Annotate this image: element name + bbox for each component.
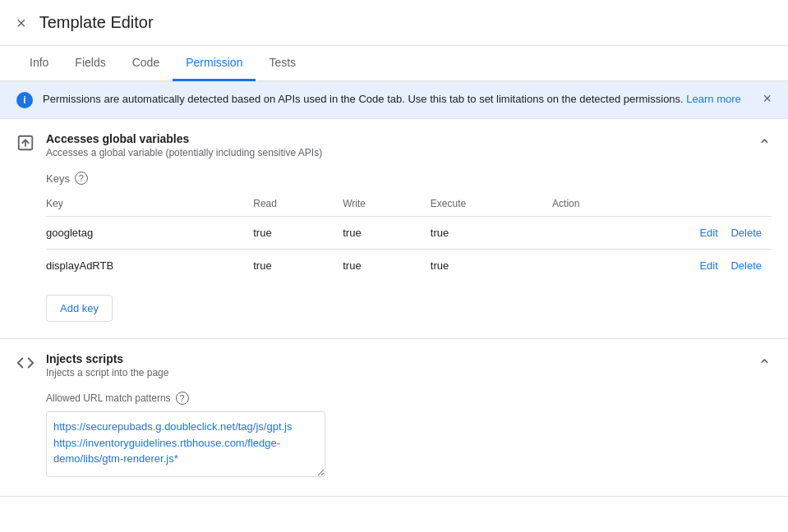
add-key-button[interactable]: Add key bbox=[46, 295, 113, 322]
global-vars-toggle[interactable]: ⌃ bbox=[758, 135, 772, 155]
learn-more-link[interactable]: Learn more bbox=[686, 93, 740, 105]
injects-body: Allowed URL match patterns ? bbox=[0, 392, 788, 496]
key-write-displayadrtb: true bbox=[343, 250, 431, 282]
banner-text: Permissions are automatically detected b… bbox=[43, 91, 746, 108]
code-icon bbox=[16, 354, 36, 374]
keys-label: Keys ? bbox=[46, 172, 772, 185]
edit-displayadrtb-button[interactable]: Edit bbox=[699, 259, 717, 272]
tab-fields[interactable]: Fields bbox=[62, 46, 118, 81]
tab-bar: Info Fields Code Permission Tests bbox=[0, 46, 788, 81]
key-actions-googletag: Edit Delete bbox=[552, 217, 772, 250]
key-read-googletag: true bbox=[253, 217, 343, 250]
url-patterns-label: Allowed URL match patterns ? bbox=[46, 392, 772, 405]
injects-scripts-toggle[interactable]: ⌃ bbox=[758, 355, 772, 375]
banner-close-button[interactable]: × bbox=[763, 91, 772, 106]
key-execute-googletag: true bbox=[431, 217, 552, 250]
tab-info[interactable]: Info bbox=[16, 46, 62, 81]
col-header-key: Key bbox=[46, 191, 253, 217]
edit-googletag-button[interactable]: Edit bbox=[699, 227, 717, 239]
injects-scripts-header: Injects scripts Injects a script into th… bbox=[0, 339, 788, 392]
keys-help-icon[interactable]: ? bbox=[75, 172, 88, 185]
close-button[interactable]: × bbox=[16, 15, 26, 31]
col-header-read: Read bbox=[253, 191, 343, 217]
injects-scripts-section: Injects scripts Injects a script into th… bbox=[0, 339, 788, 497]
key-read-displayadrtb: true bbox=[253, 250, 343, 282]
col-header-write: Write bbox=[343, 191, 431, 217]
key-name-googletag: googletag bbox=[46, 217, 253, 250]
global-vars-subtitle: Accesses a global variable (potentially … bbox=[46, 147, 322, 158]
dialog-title: Template Editor bbox=[39, 13, 154, 32]
key-name-displayadrtb: displayAdRTB bbox=[46, 250, 253, 282]
keys-table: Key Read Write Execute Action googletag … bbox=[46, 191, 772, 282]
tab-permission[interactable]: Permission bbox=[173, 46, 256, 81]
delete-googletag-button[interactable]: Delete bbox=[730, 227, 762, 239]
url-patterns-textarea[interactable] bbox=[46, 411, 325, 477]
global-vars-title: Accesses global variables bbox=[46, 132, 322, 145]
col-header-action: Action bbox=[552, 191, 772, 217]
global-vars-header: Accesses global variables Accesses a glo… bbox=[0, 119, 788, 172]
tab-code[interactable]: Code bbox=[119, 46, 173, 81]
header: × Template Editor bbox=[0, 0, 788, 46]
key-actions-displayadrtb: Edit Delete bbox=[552, 250, 772, 282]
content-area: Accesses global variables Accesses a glo… bbox=[0, 119, 788, 497]
tab-tests[interactable]: Tests bbox=[256, 46, 309, 81]
key-execute-displayadrtb: true bbox=[431, 250, 552, 282]
global-vars-section: Accesses global variables Accesses a glo… bbox=[0, 119, 788, 339]
info-banner: i Permissions are automatically detected… bbox=[0, 81, 788, 119]
table-row: googletag true true true Edit Delete bbox=[46, 217, 772, 250]
info-icon: i bbox=[16, 92, 33, 108]
keys-body: Keys ? Key Read Write Execute Action goo… bbox=[0, 172, 788, 338]
injects-scripts-subtitle: Injects a script into the page bbox=[46, 367, 168, 378]
table-row: displayAdRTB true true true Edit Delete bbox=[46, 250, 772, 282]
col-header-execute: Execute bbox=[431, 191, 552, 217]
global-vars-icon bbox=[16, 134, 36, 154]
delete-displayadrtb-button[interactable]: Delete bbox=[730, 259, 762, 272]
table-header-row: Key Read Write Execute Action bbox=[46, 191, 772, 217]
injects-scripts-title: Injects scripts bbox=[46, 352, 168, 365]
url-patterns-help-icon[interactable]: ? bbox=[176, 392, 189, 405]
key-write-googletag: true bbox=[343, 217, 431, 250]
